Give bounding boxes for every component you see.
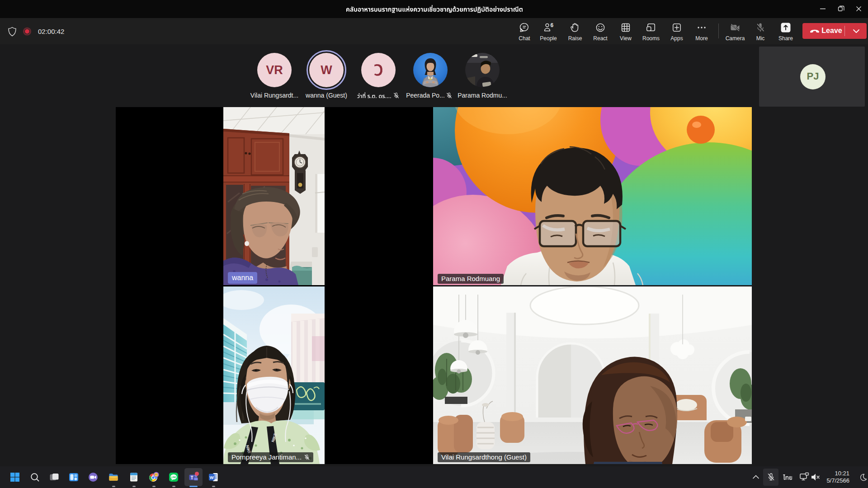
svg-text:W: W xyxy=(210,475,214,480)
svg-text:02:00:42: 02:00:42 xyxy=(38,28,64,35)
svg-text:6: 6 xyxy=(551,22,554,28)
svg-text:T: T xyxy=(190,475,193,480)
svg-text:LINE: LINE xyxy=(171,476,176,479)
